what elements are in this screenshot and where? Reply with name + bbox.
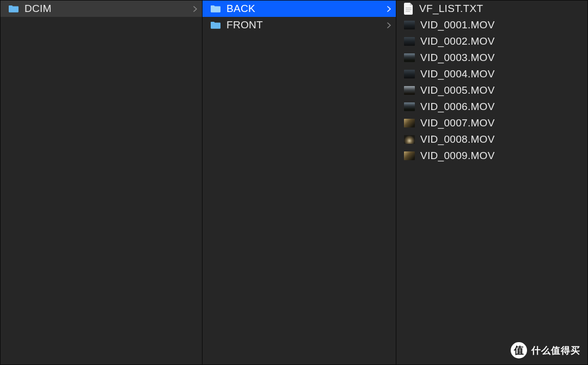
file-row[interactable]: VID_0006.MOV (396, 99, 587, 115)
watermark-text: 什么值得买 (531, 344, 580, 357)
watermark: 值 什么值得买 (511, 342, 580, 358)
column-3: VF_LIST.TXTVID_0001.MOVVID_0002.MOVVID_0… (396, 1, 587, 364)
video-thumbnail-icon (404, 102, 415, 111)
svg-rect-1 (406, 9, 412, 10)
item-label: VID_0008.MOV (420, 133, 583, 145)
file-row[interactable]: VID_0002.MOV (396, 33, 587, 50)
video-thumbnail-icon (404, 37, 415, 46)
folder-row[interactable]: DCIM (1, 1, 202, 17)
item-label: VID_0009.MOV (420, 150, 583, 162)
video-thumbnail-icon (404, 119, 415, 127)
item-label: VID_0004.MOV (420, 68, 583, 80)
chevron-right-icon (386, 6, 391, 12)
item-label: VID_0001.MOV (420, 19, 583, 31)
video-thumbnail-icon (404, 21, 415, 29)
file-row[interactable]: VID_0004.MOV (396, 66, 587, 82)
chevron-right-icon (192, 6, 198, 12)
item-label: DCIM (24, 3, 192, 15)
folder-row[interactable]: BACK (203, 1, 396, 17)
column-1: DCIM (1, 1, 203, 364)
file-row[interactable]: VF_LIST.TXT (396, 1, 587, 17)
video-thumbnail-icon (404, 151, 415, 160)
folder-icon (210, 21, 221, 29)
item-label: VF_LIST.TXT (419, 3, 583, 15)
item-label: BACK (226, 3, 386, 15)
folder-icon (210, 4, 221, 13)
file-row[interactable]: VID_0008.MOV (396, 131, 587, 148)
item-label: VID_0002.MOV (420, 35, 583, 47)
video-thumbnail-icon (404, 70, 415, 78)
file-row[interactable]: VID_0005.MOV (396, 82, 587, 99)
item-label: VID_0006.MOV (420, 101, 583, 113)
svg-rect-2 (406, 11, 410, 11)
column-2: BACKFRONT (203, 1, 396, 364)
video-thumbnail-icon (404, 135, 415, 144)
folder-icon (8, 4, 19, 13)
file-row[interactable]: VID_0003.MOV (396, 50, 587, 66)
video-thumbnail-icon (404, 86, 415, 95)
folder-row[interactable]: FRONT (203, 17, 396, 33)
item-label: VID_0007.MOV (420, 117, 583, 129)
watermark-badge: 值 (511, 342, 527, 358)
document-icon (404, 3, 414, 15)
chevron-right-icon (386, 22, 391, 28)
finder-column-view: DCIM BACKFRONT VF_LIST.TXTVID_0001.MOVVI… (0, 0, 588, 365)
file-row[interactable]: VID_0007.MOV (396, 115, 587, 131)
svg-rect-0 (406, 8, 412, 8)
file-row[interactable]: VID_0001.MOV (396, 17, 587, 33)
video-thumbnail-icon (404, 53, 415, 62)
file-row[interactable]: VID_0009.MOV (396, 148, 587, 164)
item-label: FRONT (226, 19, 386, 31)
item-label: VID_0005.MOV (420, 84, 583, 96)
item-label: VID_0003.MOV (420, 52, 583, 64)
